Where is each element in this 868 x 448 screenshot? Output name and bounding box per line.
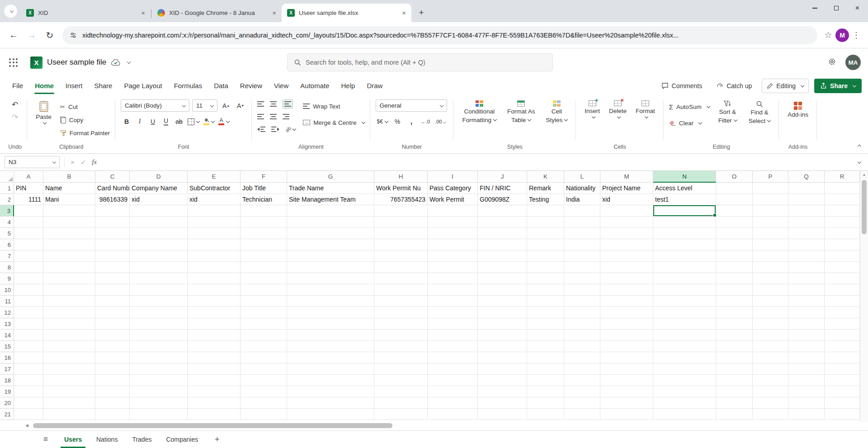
cell-Q6[interactable] (788, 239, 825, 250)
cell-H18[interactable] (374, 375, 428, 386)
search-input[interactable] (306, 59, 546, 66)
cell-J2[interactable]: G009098Z (478, 194, 527, 205)
url-text[interactable]: xidtechnology-my.sharepoint.com/:x:/r/pe… (82, 32, 810, 39)
cell-H4[interactable] (374, 217, 428, 228)
cell-K15[interactable] (527, 341, 564, 352)
sheet-tab-users[interactable]: Users (57, 431, 89, 448)
row-header-10[interactable]: 10 (0, 284, 14, 296)
cell-P21[interactable] (753, 409, 788, 420)
increase-font-size-button[interactable]: A▲ (220, 100, 232, 111)
add-ins-button[interactable]: Add-ins (784, 99, 811, 119)
cell-J20[interactable] (478, 397, 527, 409)
cell-F12[interactable] (241, 307, 287, 318)
cell-P13[interactable] (753, 318, 788, 330)
cell-R20[interactable] (825, 397, 860, 409)
cell-O13[interactable] (716, 318, 753, 330)
cell-H10[interactable] (374, 284, 428, 296)
cell-M21[interactable] (600, 409, 653, 420)
cell-Q2[interactable] (788, 194, 825, 205)
align-center-icon[interactable] (270, 114, 277, 119)
reload-button[interactable]: ↻ (41, 26, 59, 44)
strikethrough-button[interactable]: ab (173, 116, 185, 127)
cell-K20[interactable] (527, 397, 564, 409)
cell-K7[interactable] (527, 250, 564, 262)
cell-M9[interactable] (600, 273, 653, 284)
cell-Q20[interactable] (788, 397, 825, 409)
cell-Q14[interactable] (788, 330, 825, 341)
cell-C13[interactable] (95, 318, 130, 330)
cell-I10[interactable] (428, 284, 478, 296)
cell-B2[interactable]: Mani (43, 194, 95, 205)
cell-R11[interactable] (825, 296, 860, 307)
cell-Q8[interactable] (788, 262, 825, 273)
vertical-scrollbar[interactable]: ▲ (860, 171, 868, 422)
cell-C21[interactable] (95, 409, 130, 420)
share-button[interactable]: Share (814, 79, 862, 93)
cell-G14[interactable] (287, 330, 374, 341)
cell-E5[interactable] (188, 228, 241, 239)
cell-M19[interactable] (600, 386, 653, 397)
cell-G16[interactable] (287, 352, 374, 363)
cell-B4[interactable] (43, 217, 95, 228)
cell-I19[interactable] (428, 386, 478, 397)
cell-L4[interactable] (564, 217, 600, 228)
cell-P2[interactable] (753, 194, 788, 205)
cell-M11[interactable] (600, 296, 653, 307)
comments-button[interactable]: Comments (657, 79, 707, 93)
cell-J3[interactable] (478, 205, 527, 217)
percent-style-button[interactable]: % (392, 116, 403, 127)
cell-F16[interactable] (241, 352, 287, 363)
row-header-6[interactable]: 6 (0, 239, 14, 250)
cell-P15[interactable] (753, 341, 788, 352)
column-header-G[interactable]: G (287, 171, 374, 183)
cell-N18[interactable] (653, 375, 716, 386)
cell-R1[interactable] (825, 183, 860, 194)
cell-C19[interactable] (95, 386, 130, 397)
cell-R19[interactable] (825, 386, 860, 397)
row-header-21[interactable]: 21 (0, 409, 14, 420)
row-header-4[interactable]: 4 (0, 217, 14, 228)
cell-N15[interactable] (653, 341, 716, 352)
cell-K4[interactable] (527, 217, 564, 228)
cell-H20[interactable] (374, 397, 428, 409)
horizontal-scroll-thumb[interactable] (33, 423, 392, 428)
cell-G5[interactable] (287, 228, 374, 239)
cell-R21[interactable] (825, 409, 860, 420)
cell-D19[interactable] (130, 386, 188, 397)
cell-H8[interactable] (374, 262, 428, 273)
autosum-button[interactable]: ΣAutoSum (669, 101, 710, 112)
cell-G4[interactable] (287, 217, 374, 228)
cell-C10[interactable] (95, 284, 130, 296)
cell-J4[interactable] (478, 217, 527, 228)
cell-C18[interactable] (95, 375, 130, 386)
format-painter-button[interactable]: Format Painter (60, 127, 110, 138)
title-chevron-icon[interactable] (127, 60, 131, 64)
cell-G11[interactable] (287, 296, 374, 307)
cell-A8[interactable] (14, 262, 43, 273)
scroll-up-icon[interactable]: ▲ (860, 171, 868, 178)
cell-R4[interactable] (825, 217, 860, 228)
row-header-1[interactable]: 1 (0, 183, 14, 194)
cell-I15[interactable] (428, 341, 478, 352)
cell-Q12[interactable] (788, 307, 825, 318)
cell-D8[interactable] (130, 262, 188, 273)
column-header-K[interactable]: K (527, 171, 564, 183)
cell-D17[interactable] (130, 363, 188, 375)
cell-H14[interactable] (374, 330, 428, 341)
cell-J19[interactable] (478, 386, 527, 397)
cell-B12[interactable] (43, 307, 95, 318)
column-header-D[interactable]: D (130, 171, 188, 183)
sheet-tab-nations[interactable]: Nations (89, 431, 125, 448)
formula-input[interactable] (103, 154, 868, 170)
cell-I7[interactable] (428, 250, 478, 262)
cell-P20[interactable] (753, 397, 788, 409)
cell-L1[interactable]: Nationality (564, 183, 600, 194)
cell-F18[interactable] (241, 375, 287, 386)
cell-D6[interactable] (130, 239, 188, 250)
cell-L10[interactable] (564, 284, 600, 296)
cell-H12[interactable] (374, 307, 428, 318)
cell-J6[interactable] (478, 239, 527, 250)
sheet-tab-companies[interactable]: Companies (159, 431, 205, 448)
cell-C17[interactable] (95, 363, 130, 375)
cell-F17[interactable] (241, 363, 287, 375)
